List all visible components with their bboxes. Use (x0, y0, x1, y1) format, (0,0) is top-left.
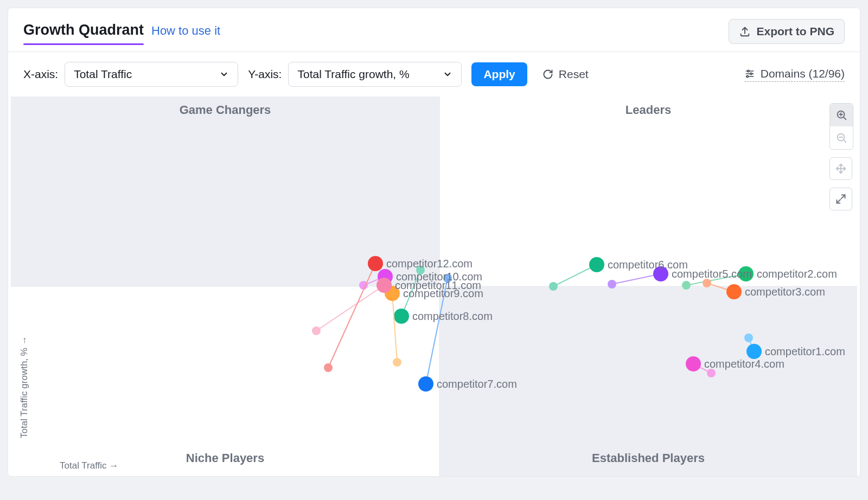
x-axis-caption: Total Traffic → (60, 460, 118, 471)
quad-label-br: Established Players (592, 451, 705, 465)
prev-competitor9.com (393, 358, 401, 367)
zoom-out-button[interactable] (830, 126, 853, 149)
point-competitor7.com[interactable] (418, 376, 433, 392)
x-axis-group: X-axis: Total Traffic (23, 62, 238, 87)
point-competitor3.com[interactable] (726, 284, 742, 299)
y-axis-group: Y-axis: Total Traffic growth, % (248, 62, 462, 87)
zoom-pair (829, 103, 853, 150)
point-competitor1.com[interactable] (746, 344, 762, 359)
quad-bottom-left (11, 286, 439, 476)
reset-icon (542, 69, 553, 80)
filter-row: X-axis: Total Traffic Y-axis: Total Traf… (8, 52, 860, 97)
chevron-down-icon (219, 69, 229, 79)
prev-competitor1.com (744, 334, 753, 342)
y-axis-label: Y-axis: (248, 68, 282, 81)
x-axis-dropdown[interactable]: Total Traffic (65, 62, 238, 87)
x-axis-label: X-axis: (23, 68, 58, 81)
svg-line-10 (844, 117, 846, 119)
move-icon (835, 163, 847, 175)
label-competitor6.com: competitor6.com (608, 259, 688, 271)
chart-svg[interactable]: Game ChangersLeadersNiche PlayersEstabli… (8, 97, 860, 476)
chevron-down-icon (443, 69, 452, 79)
prev-competitor4.com (707, 369, 716, 377)
prev-competitor12.com (324, 363, 333, 372)
how-to-use-link[interactable]: How to use it (151, 24, 220, 38)
label-competitor11.com: competitor11.com (395, 279, 481, 291)
svg-point-2 (748, 70, 749, 72)
label-competitor3.com: competitor3.com (745, 286, 825, 298)
export-png-button[interactable]: Export to PNG (729, 19, 845, 44)
reset-button[interactable]: Reset (537, 65, 594, 84)
prev-competitor11.com (312, 326, 321, 335)
point-competitor4.com[interactable] (686, 356, 701, 371)
panel-header: Growth Quadrant How to use it Export to … (8, 8, 860, 52)
svg-point-4 (750, 73, 752, 74)
quadrant-panel: Growth Quadrant How to use it Export to … (8, 8, 860, 477)
svg-line-14 (844, 140, 846, 142)
y-axis-dropdown[interactable]: Total Traffic growth, % (288, 62, 462, 87)
sliders-icon (744, 68, 755, 79)
quad-label-tl: Game Changers (180, 103, 271, 117)
y-axis-value: Total Traffic growth, % (297, 68, 409, 81)
prev-competitor6.com (549, 282, 558, 291)
quadrant-chart: Game ChangersLeadersNiche PlayersEstabli… (8, 97, 860, 476)
title-underline (23, 43, 144, 45)
apply-button[interactable]: Apply (471, 62, 527, 86)
prev-competitor2.com (682, 281, 691, 290)
zoom-tools (829, 103, 853, 210)
prev-competitor5.com (608, 280, 616, 289)
quad-top-right (439, 97, 857, 286)
label-competitor2.com: competitor2.com (757, 268, 837, 280)
prev-competitor3.com (703, 279, 711, 287)
reset-label: Reset (559, 68, 589, 81)
label-competitor4.com: competitor4.com (704, 358, 784, 370)
fullscreen-button[interactable] (829, 188, 852, 210)
zoom-in-icon (835, 109, 847, 121)
y-axis-caption: Total Traffic growth, % → (19, 336, 29, 438)
quad-label-tr: Leaders (626, 103, 671, 117)
x-axis-value: Total Traffic (74, 68, 132, 81)
expand-icon (835, 194, 846, 204)
quad-label-bl: Niche Players (186, 451, 264, 465)
export-icon (739, 25, 751, 37)
point-competitor6.com[interactable] (589, 257, 604, 272)
export-label: Export to PNG (756, 25, 834, 38)
domains-filter-link[interactable]: Domains (12/96) (744, 67, 845, 82)
point-competitor8.com[interactable] (394, 309, 409, 324)
label-competitor7.com: competitor7.com (437, 378, 517, 390)
domains-label: Domains (12/96) (761, 67, 845, 80)
label-competitor8.com: competitor8.com (412, 310, 493, 322)
zoom-in-button[interactable] (830, 104, 853, 126)
page-title: Growth Quadrant (23, 22, 144, 42)
label-competitor1.com: competitor1.com (765, 345, 845, 357)
zoom-out-icon (835, 132, 847, 144)
svg-point-6 (746, 75, 748, 77)
label-competitor12.com: competitor12.com (386, 258, 473, 270)
point-competitor12.com[interactable] (368, 256, 383, 271)
drag-button[interactable] (829, 157, 852, 180)
point-competitor11.com[interactable] (376, 278, 392, 293)
